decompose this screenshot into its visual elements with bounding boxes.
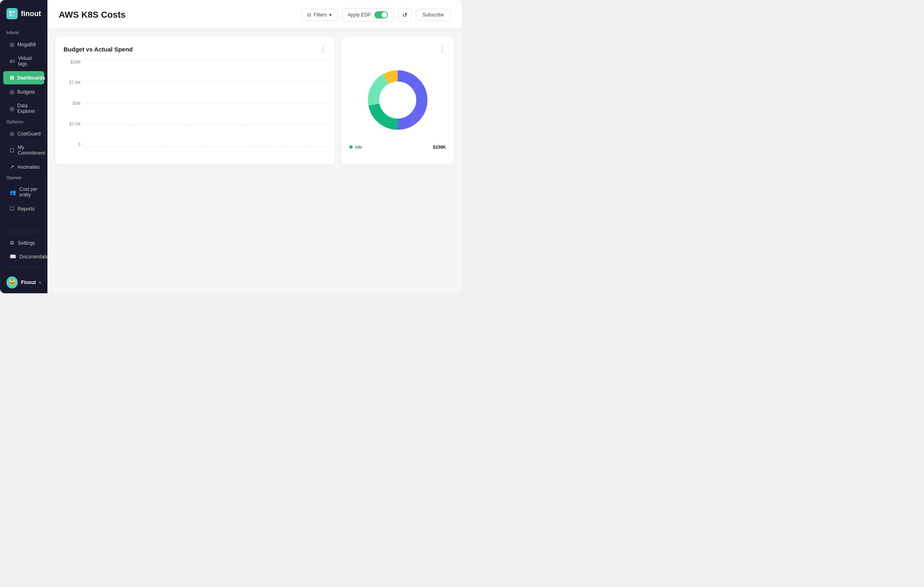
sidebar-item-documentation[interactable]: 📖 Documentation	[3, 250, 44, 263]
more-options-icon[interactable]: ⋮	[320, 45, 327, 53]
sidebar-item-megabill[interactable]: ◎ MegaBill	[3, 38, 44, 51]
subscribe-label: Subscribe	[423, 12, 444, 18]
svg-point-9	[379, 82, 416, 119]
sidebar-item-anomalies[interactable]: ↗ Anomalies	[3, 160, 44, 174]
sidebar-user[interactable]: 🐱 Finout ▾	[0, 272, 47, 293]
sidebar-item-data-explorer[interactable]: ◎ Data Explorer	[3, 99, 44, 118]
commitment-icon: ☐	[10, 147, 14, 153]
refresh-button[interactable]: ↺	[398, 8, 412, 22]
donut-legend: Idle $238K	[349, 143, 446, 151]
section-operate-label: Operate	[0, 174, 47, 182]
explorer-icon: ◎	[10, 106, 14, 112]
logo[interactable]: finout	[0, 0, 47, 29]
sidebar-item-label: Cost per entity	[19, 186, 38, 198]
idle-dot	[349, 145, 353, 149]
donut-more-options-icon[interactable]: ⋮	[439, 45, 446, 53]
subscribe-button[interactable]: Subscribe	[416, 9, 451, 21]
filter-icon: ⊟	[307, 12, 311, 18]
edp-toggle[interactable]	[374, 11, 388, 18]
bar-chart-area: 0 $2.5M $5M $7.5M $10M	[64, 60, 327, 156]
sidebar-item-label: Settings	[18, 240, 35, 246]
reports-icon: ☐	[10, 206, 14, 212]
sidebar-item-label: Virtual tags	[18, 55, 38, 67]
donut-chart-card: ⋮	[341, 37, 454, 164]
logo-text: finout	[21, 10, 41, 18]
svg-rect-2	[9, 14, 12, 16]
y-label-2.5m: $2.5M	[64, 122, 80, 126]
sidebar-item-my-commitment[interactable]: ☐ My Commitment	[3, 141, 44, 160]
budget-chart-header: Budget vs Actual Spend ⋮	[64, 45, 327, 53]
sidebar-divider	[6, 232, 41, 232]
sidebar-item-settings[interactable]: ⚙ Settings	[3, 236, 44, 250]
charts-row: Budget vs Actual Spend ⋮ 0	[55, 37, 454, 164]
sidebar-item-label: Data Explorer	[17, 103, 38, 114]
dashboard-icon: ⊞	[10, 75, 14, 81]
donut-area: Idle $238K	[349, 60, 446, 156]
sidebar-item-reports[interactable]: ☐ Reports	[3, 202, 44, 215]
y-label-7.5m: $7.5M	[64, 80, 80, 85]
chevron-down-icon: ▾	[39, 280, 41, 285]
costguard-icon: ◎	[10, 131, 14, 137]
filters-button[interactable]: ⊟ Filters ▾	[301, 9, 338, 21]
avatar: 🐱	[6, 276, 18, 288]
anomalies-icon: ↗	[10, 164, 14, 170]
y-axis: 0 $2.5M $5M $7.5M $10M	[64, 60, 80, 156]
idle-value: $238K	[433, 145, 446, 149]
main-content: Budget vs Actual Spend ⋮ 0	[47, 29, 462, 293]
sidebar-item-dashboards[interactable]: ⊞ Dashboards	[3, 71, 44, 84]
sidebar-item-label: Budgets	[17, 89, 35, 95]
section-inform-label: Inform	[0, 29, 47, 37]
user-name: Finout	[21, 280, 36, 285]
y-label-0: 0	[64, 142, 80, 147]
idle-label: Idle	[355, 145, 362, 149]
sidebar-item-label: CostGuard	[17, 131, 41, 137]
sidebar-item-costguard[interactable]: ◎ CostGuard	[3, 127, 44, 140]
sidebar-bottom: ⚙ Settings 📖 Documentation 🐱 Finout ▾	[0, 228, 47, 293]
budget-chart-title: Budget vs Actual Spend	[64, 46, 133, 53]
sidebar-item-label: Reports	[18, 206, 35, 212]
sidebar-item-label: Dashboards	[17, 75, 45, 81]
svg-rect-1	[12, 11, 15, 13]
logo-icon	[6, 8, 18, 19]
page-header: AWS K8S Costs ⊟ Filters ▾ Apply EDP ↺ Su…	[47, 0, 462, 29]
main-content-area: AWS K8S Costs ⊟ Filters ▾ Apply EDP ↺ Su…	[47, 0, 462, 293]
tag-icon: 🏷	[10, 58, 15, 64]
donut-svg	[361, 64, 434, 136]
sidebar-item-virtual-tags[interactable]: 🏷 Virtual tags	[3, 52, 44, 70]
docs-icon: 📖	[10, 254, 16, 260]
sidebar-item-label: My Commitment	[18, 145, 45, 156]
sidebar-item-label: MegaBill	[17, 42, 36, 47]
y-label-5m: $5M	[64, 101, 80, 106]
bars-container	[83, 60, 327, 147]
sidebar-item-budgets[interactable]: ◎ Budgets	[3, 85, 44, 98]
sidebar: finout Inform ◎ MegaBill 🏷 Virtual tags …	[0, 0, 47, 293]
sidebar-item-label: Anomalies	[17, 164, 40, 170]
svg-rect-3	[12, 14, 15, 16]
budget-chart-card: Budget vs Actual Spend ⋮ 0	[55, 37, 335, 164]
page-title: AWS K8S Costs	[59, 10, 125, 20]
budgets-icon: ◎	[10, 89, 14, 95]
settings-icon: ⚙	[10, 240, 14, 246]
section-optimize-label: Optimize	[0, 118, 47, 127]
apply-edp-label: Apply EDP	[348, 12, 371, 18]
filter-label: Filters	[314, 12, 327, 18]
chevron-down-icon: ▾	[329, 12, 332, 18]
svg-rect-0	[9, 11, 12, 13]
cost-entity-icon: 👥	[10, 189, 16, 195]
donut-chart-header: ⋮	[349, 45, 446, 53]
y-label-10m: $10M	[64, 60, 80, 64]
refresh-icon: ↺	[402, 12, 407, 18]
legend-item-idle: Idle $238K	[349, 143, 446, 151]
megabill-icon: ◎	[10, 41, 14, 47]
sidebar-divider-2	[6, 267, 41, 268]
apply-edp-control: Apply EDP	[342, 8, 394, 22]
header-actions: ⊟ Filters ▾ Apply EDP ↺ Subscribe	[301, 8, 451, 22]
sidebar-item-label: Documentation	[19, 254, 52, 260]
sidebar-item-cost-per-entity[interactable]: 👥 Cost per entity	[3, 183, 44, 201]
